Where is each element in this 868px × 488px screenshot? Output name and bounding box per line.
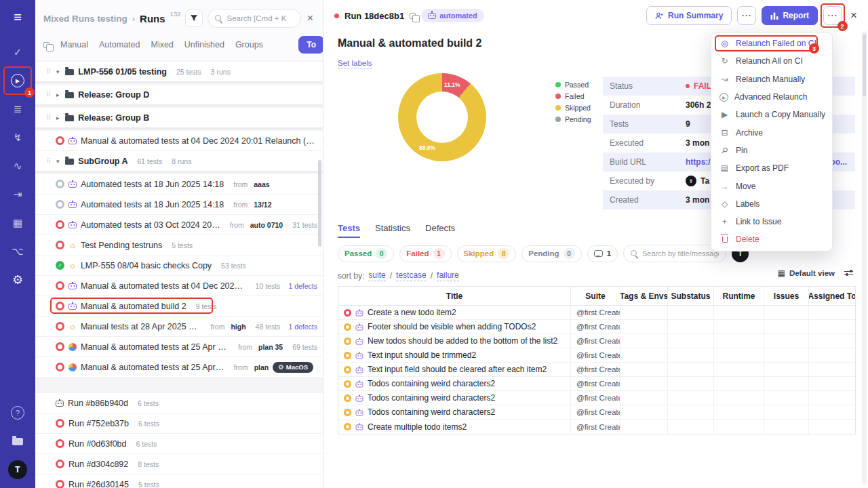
drag-handle-icon[interactable]: ⠿: [46, 157, 50, 165]
menu-item-advanced-relaunch[interactable]: ▶ Advanced Relaunch: [711, 88, 832, 106]
close-runs-panel-button[interactable]: ×: [306, 13, 315, 24]
hamburger-menu-icon[interactable]: ≡: [7, 7, 28, 27]
sidebar-item-runs[interactable]: ▶ 1: [7, 70, 28, 91]
menu-item-archive[interactable]: ⊟ Archive: [711, 123, 832, 141]
run-summary-button[interactable]: Run Summary: [646, 6, 732, 25]
set-labels-link[interactable]: Set labels: [338, 59, 372, 68]
chevron-right-icon[interactable]: ▸: [54, 92, 61, 98]
run-group-row[interactable]: ⠿ ▸ Release: Group B: [35, 108, 323, 128]
table-row[interactable]: Create multiple todo items2 @first Creat…: [338, 420, 855, 434]
sidebar-item-import[interactable]: ⇥: [7, 184, 28, 205]
sort-by-testcase-link[interactable]: testcase: [396, 270, 427, 281]
chip-pending[interactable]: Pending0: [521, 245, 581, 262]
tab-manual[interactable]: Manual: [60, 40, 88, 49]
sidebar-item-activity[interactable]: ∿: [7, 156, 28, 176]
tab-defects[interactable]: Defects: [425, 223, 455, 238]
table-row[interactable]: Todos containing weird characters2 @firs…: [338, 405, 855, 420]
build-url-link[interactable]: https://: [686, 157, 713, 167]
tab-today[interactable]: To: [298, 36, 323, 54]
run-group-row[interactable]: ⠿ ▸ Release: Group D: [35, 85, 323, 105]
menu-item-link-to-issue[interactable]: + Link to Issue: [711, 213, 832, 230]
sidebar-item-tests[interactable]: ✓: [7, 42, 28, 62]
sort-by-failure-link[interactable]: failure: [437, 270, 459, 281]
run-list-item[interactable]: Run #b86b940d 6 tests: [35, 393, 323, 413]
table-row[interactable]: New todos should be added to the bottom …: [338, 334, 855, 348]
chevron-right-icon[interactable]: ▸: [54, 115, 61, 121]
tab-tests[interactable]: Tests: [338, 223, 360, 238]
run-list-item[interactable]: Manual & automated tests at 04 Dec 2024 …: [35, 131, 323, 151]
table-row[interactable]: Create a new todo item2 @first Create ..…: [338, 306, 855, 320]
user-avatar-button[interactable]: T: [7, 460, 28, 480]
tests-search-input[interactable]: [642, 249, 719, 258]
close-run-detail-button[interactable]: ×: [850, 9, 857, 22]
run-list-item[interactable]: Manual & automated tests at 25 Apr 2025 …: [35, 337, 323, 357]
tab-groups[interactable]: Groups: [235, 40, 263, 49]
run-list-item[interactable]: Run #26d30145 5 tests: [35, 474, 323, 488]
run-actions-menu-button[interactable]: ··· 2: [823, 6, 842, 25]
run-list-item[interactable]: Manual & automated tests at 25 Apr 2025 …: [35, 357, 323, 378]
menu-item-labels[interactable]: ◇ Labels: [711, 195, 832, 213]
column-header-issues[interactable]: Issues: [764, 287, 809, 305]
filter-button[interactable]: [185, 9, 203, 27]
sidebar-item-analytics[interactable]: ▦: [7, 213, 28, 233]
runs-search[interactable]: [208, 9, 300, 28]
chip-skipped[interactable]: Skipped8: [457, 245, 517, 262]
chip-failed[interactable]: Failed1: [399, 245, 451, 262]
report-button[interactable]: Report: [762, 6, 818, 25]
menu-item-pin[interactable]: ⚲ Pin: [711, 142, 832, 159]
run-group-row[interactable]: ⠿ ▾ LMP-556 01/05 testing 25 tests 3 run…: [35, 62, 323, 82]
menu-item-delete[interactable]: Delete: [711, 230, 832, 248]
run-list-item[interactable]: Run #0d63f0bd 6 tests: [35, 434, 323, 454]
sort-by-suite-link[interactable]: suite: [368, 270, 385, 281]
main-scrollbar[interactable]: [862, 31, 867, 484]
chip-passed[interactable]: Passed0: [338, 245, 394, 262]
run-list-item[interactable]: Automated tests at 03 Oct 2024 20:25 fro…: [35, 215, 323, 235]
tab-statistics[interactable]: Statistics: [375, 223, 410, 238]
run-list-item[interactable]: ☼ Test Pending testruns 5 tests: [35, 235, 323, 256]
sidebar-item-automation[interactable]: ↯: [7, 127, 28, 148]
menu-item-export-as-pdf[interactable]: ▤ Export as PDF: [711, 159, 832, 177]
table-row[interactable]: Text input field should be cleared after…: [338, 363, 855, 377]
build-url-link-tail[interactable]: po...: [830, 157, 848, 167]
column-header-tags-envs[interactable]: Tags & Envs: [620, 287, 668, 305]
breadcrumb-project[interactable]: Mixed Runs testing: [43, 14, 127, 24]
column-header-substatus[interactable]: Substatus: [668, 287, 714, 305]
run-list-item[interactable]: Automated tests at 18 Jun 2025 14:18 fro…: [35, 174, 323, 195]
tab-mixed[interactable]: Mixed: [151, 40, 173, 49]
sidebar-item-help[interactable]: ?: [7, 403, 28, 423]
menu-item-relaunch-all-on-ci[interactable]: ↻ Relaunch All on CI: [711, 52, 832, 70]
column-header-assigned-to[interactable]: Assigned To: [809, 287, 855, 305]
table-row[interactable]: Todos containing weird characters2 @firs…: [338, 391, 855, 405]
column-settings-icon[interactable]: [844, 270, 853, 277]
run-group-row[interactable]: ⠿ ▾ SubGroup A 61 tests 8 runs: [35, 151, 323, 171]
drag-handle-icon[interactable]: ⠿: [46, 91, 50, 98]
column-header-runtime[interactable]: Runtime: [714, 287, 764, 305]
table-row[interactable]: Todos containing weird characters2 @firs…: [338, 377, 855, 391]
run-list-item[interactable]: Manual & automated tests at 04 Dec 2024 …: [35, 276, 323, 296]
run-list-item[interactable]: Automated tests at 18 Jun 2025 14:18 fro…: [35, 195, 323, 215]
view-selector[interactable]: ▦ Default view: [778, 268, 835, 278]
copy-icon[interactable]: [410, 13, 416, 19]
sidebar-item-settings[interactable]: ⚙: [7, 270, 28, 290]
drag-handle-icon[interactable]: ⠿: [46, 114, 50, 121]
chevron-down-icon[interactable]: ▾: [54, 158, 61, 165]
column-header-suite[interactable]: Suite: [571, 287, 620, 305]
run-list-item[interactable]: ✓ ☼ LMP-555 08/04 basic checks Copy 53 t…: [35, 256, 323, 276]
run-list-item[interactable]: Run #752eb37b 6 tests: [35, 413, 323, 434]
run-list-item[interactable]: Run #d304c892 8 tests: [35, 454, 323, 474]
sidebar-item-projects[interactable]: [7, 431, 28, 451]
comments-filter-chip[interactable]: 1: [587, 245, 618, 262]
sidebar-item-branches[interactable]: ⌥: [7, 241, 28, 262]
sidebar-item-plans[interactable]: ≣: [7, 99, 28, 119]
tab-unfinished[interactable]: Unfinished: [184, 40, 224, 49]
run-list-item-selected[interactable]: Manual & automated build 2 9 tests: [35, 296, 323, 317]
menu-item-move[interactable]: → Move: [711, 177, 832, 195]
menu-item-relaunch-failed-on-ci[interactable]: ◎ Relaunch Failed on CI 3: [711, 35, 832, 52]
chevron-down-icon[interactable]: ▾: [54, 68, 61, 75]
more-options-button[interactable]: ···: [737, 6, 756, 25]
main-scrollbar-thumb[interactable]: [863, 34, 866, 96]
table-row[interactable]: Text input should be trimmed2 @first Cre…: [338, 348, 855, 363]
runs-list-scrollbar[interactable]: [318, 160, 321, 247]
run-list-item[interactable]: ☼ Manual tests at 28 Apr 2025 16:50 from…: [35, 317, 323, 337]
tab-automated[interactable]: Automated: [99, 40, 140, 49]
